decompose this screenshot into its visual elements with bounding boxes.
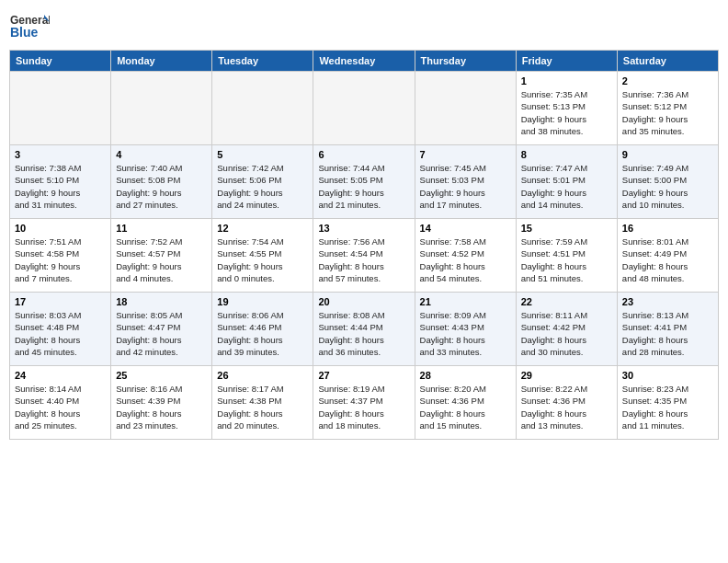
day-info: Sunrise: 8:01 AM Sunset: 4:49 PM Dayligh… <box>622 236 713 284</box>
day-cell-4-3: 27Sunrise: 8:19 AM Sunset: 4:37 PM Dayli… <box>313 366 415 440</box>
header-monday: Monday <box>111 51 212 72</box>
header-friday: Friday <box>516 51 617 72</box>
page-header: General Blue <box>9 9 719 46</box>
day-number: 9 <box>622 149 713 160</box>
day-number: 15 <box>521 223 612 234</box>
day-cell-4-2: 26Sunrise: 8:17 AM Sunset: 4:38 PM Dayli… <box>212 366 313 440</box>
day-cell-0-6: 2Sunrise: 7:36 AM Sunset: 5:12 PM Daylig… <box>617 72 718 145</box>
day-number: 21 <box>420 296 511 307</box>
day-info: Sunrise: 8:03 AM Sunset: 4:48 PM Dayligh… <box>15 309 106 358</box>
day-info: Sunrise: 7:59 AM Sunset: 4:51 PM Dayligh… <box>521 236 612 284</box>
day-number: 22 <box>521 296 612 307</box>
day-cell-2-0: 10Sunrise: 7:51 AM Sunset: 4:58 PM Dayli… <box>10 219 111 293</box>
day-number: 29 <box>521 370 612 381</box>
day-cell-3-1: 18Sunrise: 8:05 AM Sunset: 4:47 PM Dayli… <box>111 293 212 366</box>
day-info: Sunrise: 8:06 AM Sunset: 4:46 PM Dayligh… <box>217 309 308 358</box>
header-thursday: Thursday <box>415 51 516 72</box>
week-row-4: 17Sunrise: 8:03 AM Sunset: 4:48 PM Dayli… <box>10 293 719 366</box>
calendar-table: SundayMondayTuesdayWednesdayThursdayFrid… <box>9 50 719 440</box>
day-cell-3-6: 23Sunrise: 8:13 AM Sunset: 4:41 PM Dayli… <box>617 293 718 366</box>
day-info: Sunrise: 8:13 AM Sunset: 4:41 PM Dayligh… <box>622 309 713 358</box>
day-cell-3-0: 17Sunrise: 8:03 AM Sunset: 4:48 PM Dayli… <box>10 293 111 366</box>
day-number: 11 <box>116 223 207 234</box>
header-saturday: Saturday <box>617 51 718 72</box>
day-cell-0-2 <box>212 72 313 145</box>
day-info: Sunrise: 8:09 AM Sunset: 4:43 PM Dayligh… <box>420 309 511 358</box>
day-info: Sunrise: 7:38 AM Sunset: 5:10 PM Dayligh… <box>15 162 106 211</box>
day-number: 24 <box>15 370 106 381</box>
day-cell-1-1: 4Sunrise: 7:40 AM Sunset: 5:08 PM Daylig… <box>111 145 212 219</box>
day-cell-3-5: 22Sunrise: 8:11 AM Sunset: 4:42 PM Dayli… <box>516 293 617 366</box>
logo-svg: General Blue <box>9 9 50 46</box>
day-number: 1 <box>521 75 612 86</box>
day-cell-0-4 <box>415 72 516 145</box>
day-number: 3 <box>15 149 106 160</box>
day-info: Sunrise: 7:40 AM Sunset: 5:08 PM Dayligh… <box>116 162 207 211</box>
day-cell-0-1 <box>111 72 212 145</box>
day-info: Sunrise: 7:36 AM Sunset: 5:12 PM Dayligh… <box>622 88 713 137</box>
svg-text:Blue: Blue <box>10 25 39 40</box>
header-tuesday: Tuesday <box>212 51 313 72</box>
day-number: 5 <box>217 149 308 160</box>
day-number: 16 <box>622 223 713 234</box>
day-number: 20 <box>318 296 409 307</box>
day-info: Sunrise: 8:17 AM Sunset: 4:38 PM Dayligh… <box>217 383 308 431</box>
day-number: 12 <box>217 223 308 234</box>
day-cell-2-5: 15Sunrise: 7:59 AM Sunset: 4:51 PM Dayli… <box>516 219 617 293</box>
day-info: Sunrise: 8:22 AM Sunset: 4:36 PM Dayligh… <box>521 383 612 431</box>
day-cell-4-0: 24Sunrise: 8:14 AM Sunset: 4:40 PM Dayli… <box>10 366 111 440</box>
day-number: 19 <box>217 296 308 307</box>
week-row-2: 3Sunrise: 7:38 AM Sunset: 5:10 PM Daylig… <box>10 145 719 219</box>
day-info: Sunrise: 7:47 AM Sunset: 5:01 PM Dayligh… <box>521 162 612 211</box>
day-number: 30 <box>622 370 713 381</box>
day-info: Sunrise: 8:19 AM Sunset: 4:37 PM Dayligh… <box>318 383 409 431</box>
day-cell-2-1: 11Sunrise: 7:52 AM Sunset: 4:57 PM Dayli… <box>111 219 212 293</box>
day-info: Sunrise: 7:49 AM Sunset: 5:00 PM Dayligh… <box>622 162 713 211</box>
day-info: Sunrise: 8:08 AM Sunset: 4:44 PM Dayligh… <box>318 309 409 358</box>
day-info: Sunrise: 8:23 AM Sunset: 4:35 PM Dayligh… <box>622 383 713 431</box>
day-number: 13 <box>318 223 409 234</box>
day-number: 7 <box>420 149 511 160</box>
day-info: Sunrise: 7:45 AM Sunset: 5:03 PM Dayligh… <box>420 162 511 211</box>
day-info: Sunrise: 7:56 AM Sunset: 4:54 PM Dayligh… <box>318 236 409 284</box>
day-number: 26 <box>217 370 308 381</box>
day-cell-1-6: 9Sunrise: 7:49 AM Sunset: 5:00 PM Daylig… <box>617 145 718 219</box>
day-cell-3-2: 19Sunrise: 8:06 AM Sunset: 4:46 PM Dayli… <box>212 293 313 366</box>
day-info: Sunrise: 7:35 AM Sunset: 5:13 PM Dayligh… <box>521 88 612 137</box>
day-info: Sunrise: 8:14 AM Sunset: 4:40 PM Dayligh… <box>15 383 106 431</box>
logo: General Blue <box>9 9 50 46</box>
day-number: 10 <box>15 223 106 234</box>
day-cell-1-3: 6Sunrise: 7:44 AM Sunset: 5:05 PM Daylig… <box>313 145 415 219</box>
day-number: 27 <box>318 370 409 381</box>
day-cell-3-4: 21Sunrise: 8:09 AM Sunset: 4:43 PM Dayli… <box>415 293 516 366</box>
day-info: Sunrise: 7:51 AM Sunset: 4:58 PM Dayligh… <box>15 236 106 284</box>
day-info: Sunrise: 7:52 AM Sunset: 4:57 PM Dayligh… <box>116 236 207 284</box>
day-number: 23 <box>622 296 713 307</box>
header-sunday: Sunday <box>10 51 111 72</box>
day-cell-2-6: 16Sunrise: 8:01 AM Sunset: 4:49 PM Dayli… <box>617 219 718 293</box>
day-cell-4-4: 28Sunrise: 8:20 AM Sunset: 4:36 PM Dayli… <box>415 366 516 440</box>
day-info: Sunrise: 7:58 AM Sunset: 4:52 PM Dayligh… <box>420 236 511 284</box>
week-row-5: 24Sunrise: 8:14 AM Sunset: 4:40 PM Dayli… <box>10 366 719 440</box>
day-info: Sunrise: 8:20 AM Sunset: 4:36 PM Dayligh… <box>420 383 511 431</box>
day-cell-2-4: 14Sunrise: 7:58 AM Sunset: 4:52 PM Dayli… <box>415 219 516 293</box>
day-cell-0-5: 1Sunrise: 7:35 AM Sunset: 5:13 PM Daylig… <box>516 72 617 145</box>
day-cell-1-4: 7Sunrise: 7:45 AM Sunset: 5:03 PM Daylig… <box>415 145 516 219</box>
day-cell-1-5: 8Sunrise: 7:47 AM Sunset: 5:01 PM Daylig… <box>516 145 617 219</box>
day-number: 14 <box>420 223 511 234</box>
day-cell-4-5: 29Sunrise: 8:22 AM Sunset: 4:36 PM Dayli… <box>516 366 617 440</box>
day-info: Sunrise: 7:54 AM Sunset: 4:55 PM Dayligh… <box>217 236 308 284</box>
day-number: 8 <box>521 149 612 160</box>
day-number: 17 <box>15 296 106 307</box>
day-info: Sunrise: 7:42 AM Sunset: 5:06 PM Dayligh… <box>217 162 308 211</box>
day-number: 6 <box>318 149 409 160</box>
weekday-header-row: SundayMondayTuesdayWednesdayThursdayFrid… <box>10 51 719 72</box>
day-info: Sunrise: 8:05 AM Sunset: 4:47 PM Dayligh… <box>116 309 207 358</box>
day-number: 18 <box>116 296 207 307</box>
day-cell-3-3: 20Sunrise: 8:08 AM Sunset: 4:44 PM Dayli… <box>313 293 415 366</box>
day-info: Sunrise: 7:44 AM Sunset: 5:05 PM Dayligh… <box>318 162 409 211</box>
day-number: 2 <box>622 75 713 86</box>
day-cell-1-0: 3Sunrise: 7:38 AM Sunset: 5:10 PM Daylig… <box>10 145 111 219</box>
day-cell-0-3 <box>313 72 415 145</box>
day-cell-4-6: 30Sunrise: 8:23 AM Sunset: 4:35 PM Dayli… <box>617 366 718 440</box>
